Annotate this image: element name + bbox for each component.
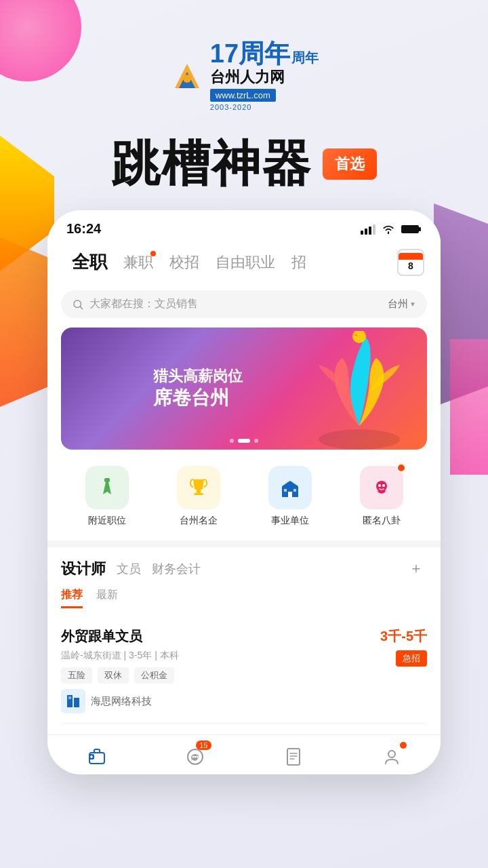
svg-rect-17	[284, 489, 287, 492]
svg-rect-6	[419, 227, 421, 231]
jobs-nav-icon	[83, 743, 110, 770]
tie-icon	[96, 477, 118, 498]
company-logo-icon	[63, 691, 83, 711]
hero-title: 跳槽神器	[111, 132, 312, 197]
bottom-nav-jobs[interactable]	[83, 743, 110, 770]
nearby-jobs-label: 附近职位	[88, 515, 126, 527]
brand-url: www.tzrL.com	[210, 89, 276, 102]
svg-point-9	[319, 429, 400, 450]
location-arrow-icon: ▼	[409, 300, 416, 308]
job-section-header: 设计师 文员 财务会计 +	[61, 558, 427, 580]
job-tag-designer[interactable]: 设计师	[61, 559, 106, 579]
brand-name: 台州人力网	[210, 67, 285, 87]
calendar-top	[399, 253, 423, 260]
building-icon	[279, 477, 301, 498]
phone-container: 16:24	[0, 210, 488, 774]
job-tag-fund: 公积金	[134, 667, 174, 684]
brand-years: 2003-2020	[210, 103, 319, 111]
svg-rect-22	[64, 692, 82, 710]
svg-point-21	[382, 484, 385, 487]
category-area: 附近职位 台州名企	[47, 459, 441, 540]
job-section: 设计师 文员 财务会计 + 推荐 最新 外贸跟单文员 3千-5千 温岭	[47, 547, 441, 734]
battery-icon	[401, 224, 422, 235]
gossip-label: 匿名八卦	[363, 515, 401, 527]
gossip-notification	[396, 463, 406, 473]
svg-rect-32	[287, 749, 300, 765]
hero-badge: 首选	[323, 149, 377, 180]
status-time: 16:24	[66, 221, 101, 237]
search-icon	[72, 298, 84, 311]
job-tag-insurance: 五险	[61, 667, 92, 684]
banner-area: 猎头高薪岗位 席卷台州	[47, 328, 441, 459]
tab-parttime[interactable]: 兼职	[115, 250, 161, 275]
company-row: 海思网络科技	[61, 689, 427, 713]
wifi-icon	[381, 224, 396, 235]
job-item-header: 外贸跟单文员 3千-5千	[61, 627, 427, 646]
search-bar[interactable]: 大家都在搜：文员销售 台州 ▼	[61, 290, 427, 318]
svg-rect-25	[68, 696, 71, 699]
category-top-companies[interactable]: 台州名企	[177, 466, 220, 527]
banner-text: 猎头高薪岗位 席卷台州	[134, 367, 354, 411]
category-public-units[interactable]: 事业单位	[268, 466, 312, 527]
banner-dot-3	[254, 439, 258, 443]
job-salary: 3千-5千	[380, 627, 427, 646]
tab-fulltime[interactable]: 全职	[64, 248, 115, 277]
subtab-latest[interactable]: 最新	[96, 588, 118, 608]
svg-point-20	[378, 484, 381, 487]
category-nearby-jobs[interactable]: 附近职位	[85, 466, 129, 527]
svg-rect-24	[74, 698, 79, 707]
company-logo	[61, 689, 85, 713]
bottom-navigation: 15	[47, 734, 441, 774]
calendar-number: 8	[408, 260, 413, 272]
search-area: 大家都在搜：文员销售 台州 ▼	[47, 285, 441, 328]
svg-rect-11	[104, 478, 110, 482]
tab-recruit[interactable]: 招	[283, 250, 314, 275]
calendar-button[interactable]: 8	[397, 249, 424, 276]
banner-dots	[230, 439, 258, 443]
category-gossip[interactable]: 匿名八卦	[360, 466, 403, 527]
banner-dot-1	[230, 439, 234, 443]
svg-rect-4	[373, 224, 375, 235]
hero-title-area: 跳槽神器 首选	[111, 132, 377, 197]
phone-mockup: 16:24	[47, 210, 441, 774]
svg-point-30	[194, 756, 196, 758]
messages-badge: 15	[196, 741, 211, 750]
job-tag-finance[interactable]: 财务会计	[152, 561, 201, 577]
add-job-tag-button[interactable]: +	[405, 558, 427, 580]
top-companies-label: 台州名企	[180, 515, 218, 527]
logo-area: 17周年 周年 台州人力网 www.tzrL.com 2003-2020	[169, 41, 319, 111]
svg-rect-3	[369, 226, 371, 235]
job-tag-weekends: 双休	[98, 667, 129, 684]
search-location[interactable]: 台州 ▼	[388, 298, 416, 311]
svg-rect-18	[293, 489, 296, 492]
public-units-label: 事业单位	[271, 515, 309, 527]
svg-rect-7	[402, 226, 418, 233]
bottom-nav-resume[interactable]	[280, 743, 307, 770]
job-tags: 五险 双休 公积金	[61, 667, 427, 684]
job-meta: 温岭-城东街道 | 3-5年 | 本科	[61, 650, 179, 662]
parttime-dot	[150, 251, 156, 256]
bottom-nav-messages[interactable]: 15	[182, 743, 209, 770]
banner-line1: 猎头高薪岗位	[153, 367, 335, 387]
brand-logo-icon	[169, 58, 205, 94]
top-companies-icon	[177, 466, 220, 509]
anonymous-icon	[371, 477, 392, 498]
status-bar: 16:24	[47, 210, 441, 242]
banner-line2: 席卷台州	[153, 386, 335, 410]
urgent-badge: 急招	[396, 650, 427, 667]
gossip-icon	[360, 466, 403, 509]
job-item[interactable]: 外贸跟单文员 3千-5千 温岭-城东街道 | 3-5年 | 本科 急招 五险 双…	[61, 618, 427, 724]
company-name: 海思网络科技	[91, 695, 152, 708]
tab-campus[interactable]: 校招	[161, 250, 207, 275]
banner-image[interactable]: 猎头高薪岗位 席卷台州	[61, 328, 427, 450]
bottom-nav-profile[interactable]	[378, 743, 405, 770]
profile-notification-dot	[400, 742, 407, 749]
subtab-recommended[interactable]: 推荐	[61, 588, 83, 608]
phone-screen: 16:24	[47, 210, 441, 774]
svg-point-0	[183, 75, 191, 83]
svg-point-31	[196, 756, 198, 758]
svg-rect-12	[197, 489, 201, 493]
job-tag-clerk[interactable]: 文员	[117, 561, 141, 577]
tab-freelance[interactable]: 自由职业	[207, 250, 283, 275]
banner-dot-2	[238, 439, 250, 443]
